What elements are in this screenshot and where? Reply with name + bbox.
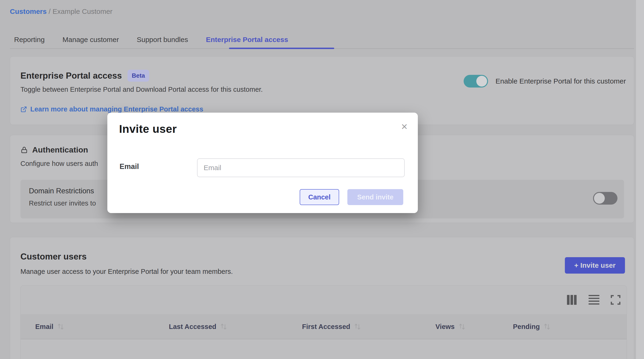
invite-user-modal: Invite user × Email Cancel Send invite bbox=[107, 113, 418, 213]
email-label: Email bbox=[120, 162, 139, 171]
send-invite-button[interactable]: Send invite bbox=[347, 189, 403, 205]
cancel-button[interactable]: Cancel bbox=[300, 189, 339, 205]
modal-title: Invite user bbox=[119, 122, 177, 135]
close-icon[interactable]: × bbox=[401, 121, 408, 132]
email-field[interactable] bbox=[197, 158, 405, 177]
